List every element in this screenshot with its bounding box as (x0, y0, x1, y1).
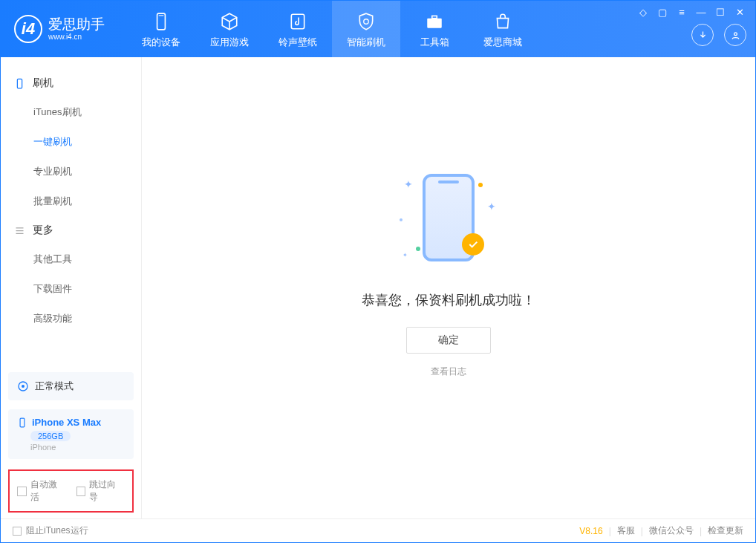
success-illustration: ✦ ✦ ✦ (397, 168, 501, 272)
sidebar-category-more: 更多 (1, 216, 141, 244)
logo-icon: i4 (14, 15, 42, 43)
download-button[interactable] (691, 24, 714, 46)
support-link[interactable]: 客服 (617, 524, 635, 537)
svg-point-5 (734, 32, 737, 35)
check-update-link[interactable]: 检查更新 (708, 524, 743, 537)
sidebar-item-advanced[interactable]: 高级功能 (1, 304, 141, 334)
svg-rect-2 (291, 14, 304, 29)
menu-icon[interactable]: ≡ (677, 7, 687, 17)
cube-icon (220, 12, 239, 31)
header: i4 爱思助手 www.i4.cn 我的设备 应用游戏 铃声壁纸 智能刷机 工具… (1, 1, 755, 57)
sidebar: 刷机 iTunes刷机 一键刷机 专业刷机 批量刷机 更多 其他工具 下载固件 … (1, 57, 142, 518)
sidebar-item-batch-flash[interactable]: 批量刷机 (1, 186, 141, 216)
check-badge-icon (462, 233, 484, 256)
tab-my-device[interactable]: 我的设备 (127, 1, 195, 57)
maximize-button[interactable]: ☐ (715, 7, 726, 17)
logo-subtitle: www.i4.cn (48, 33, 105, 41)
sparkle-icon: ✦ (404, 178, 413, 190)
sparkle-icon: ✦ (487, 201, 496, 212)
sidebar-item-download-firmware[interactable]: 下载固件 (1, 274, 141, 304)
sidebar-item-itunes-flash[interactable]: iTunes刷机 (1, 97, 141, 127)
main-tabs: 我的设备 应用游戏 铃声壁纸 智能刷机 工具箱 爱思商城 (127, 1, 537, 57)
account-button[interactable] (724, 24, 746, 46)
feedback-icon[interactable]: ▢ (657, 7, 668, 17)
success-message: 恭喜您，保资料刷机成功啦！ (362, 291, 535, 309)
phone-small-icon (14, 78, 25, 89)
dot-decor (400, 218, 403, 221)
footer: 阻止iTunes运行 V8.16 | 客服 | 微信公众号 | 检查更新 (1, 518, 755, 542)
tab-smart-flash[interactable]: 智能刷机 (332, 1, 400, 57)
device-storage-badge: 256GB (30, 431, 71, 441)
tab-store[interactable]: 爱思商城 (469, 1, 537, 57)
music-note-icon (288, 12, 307, 31)
checkbox-block-itunes[interactable]: 阻止iTunes运行 (13, 524, 88, 537)
tab-ringtones-wallpapers[interactable]: 铃声壁纸 (264, 1, 332, 57)
logo-title: 爱思助手 (48, 17, 105, 33)
device-name: iPhone XS Max (32, 417, 101, 428)
tab-apps-games[interactable]: 应用游戏 (195, 1, 264, 57)
wechat-link[interactable]: 微信公众号 (649, 524, 694, 537)
device-mode-card[interactable]: 正常模式 (8, 372, 134, 400)
phone-icon (151, 12, 171, 31)
device-type: iPhone (30, 443, 56, 452)
dot-decor (478, 183, 483, 187)
checkbox-skip-guide[interactable]: 跳过向导 (76, 478, 126, 504)
svg-rect-3 (427, 19, 442, 28)
svg-rect-9 (20, 418, 25, 427)
sidebar-item-other-tools[interactable]: 其他工具 (1, 244, 141, 274)
minimize-button[interactable]: ― (696, 7, 706, 17)
body: 刷机 iTunes刷机 一键刷机 专业刷机 批量刷机 更多 其他工具 下载固件 … (1, 57, 755, 518)
toolbox-icon (425, 12, 444, 31)
tab-toolbox[interactable]: 工具箱 (400, 1, 469, 57)
svg-rect-6 (17, 79, 22, 88)
sidebar-item-pro-flash[interactable]: 专业刷机 (1, 157, 141, 186)
list-icon (14, 225, 25, 236)
version-label: V8.16 (579, 526, 602, 536)
dot-decor (416, 247, 420, 251)
device-icon (17, 417, 27, 428)
checkbox-auto-activate[interactable]: 自动激活 (17, 478, 66, 504)
logo[interactable]: i4 爱思助手 www.i4.cn (14, 15, 105, 43)
sidebar-category-flash: 刷机 (1, 69, 141, 97)
flash-options-highlighted: 自动激活 跳过向导 (8, 469, 134, 513)
view-log-link[interactable]: 查看日志 (431, 365, 466, 378)
confirm-button[interactable]: 确定 (406, 327, 491, 354)
mode-icon (17, 380, 29, 392)
window-controls: ◇ ▢ ≡ ― ☐ ✕ (638, 7, 745, 17)
close-button[interactable]: ✕ (734, 7, 745, 17)
bag-icon (493, 12, 512, 31)
shield-refresh-icon (356, 12, 376, 31)
skin-icon[interactable]: ◇ (638, 7, 648, 17)
sparkle-icon: ✦ (403, 252, 408, 259)
device-info-card[interactable]: iPhone XS Max 256GB iPhone (8, 409, 134, 459)
svg-rect-1 (159, 15, 164, 16)
main-content: ✦ ✦ ✦ 恭喜您，保资料刷机成功啦！ 确定 查看日志 (142, 57, 755, 518)
svg-rect-4 (432, 16, 437, 18)
sidebar-item-oneclick-flash[interactable]: 一键刷机 (1, 127, 141, 157)
svg-point-8 (22, 385, 25, 388)
